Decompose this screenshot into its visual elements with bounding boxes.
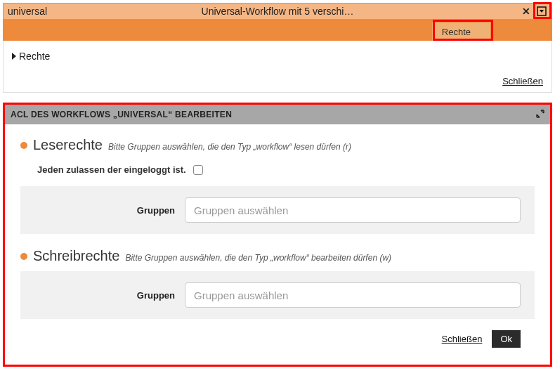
- close-link-bottom[interactable]: Schließen: [442, 334, 483, 344]
- section-read-hint: Bitte Gruppen auswählen, die den Typ „wo…: [108, 142, 351, 152]
- top-footer: Schließen: [12, 72, 543, 86]
- write-groups-label: Gruppen: [34, 290, 175, 301]
- dialog-body-top: Rechte Schließen: [3, 41, 552, 93]
- bullet-icon: [20, 253, 27, 260]
- read-groups-row: Gruppen Gruppen auswählen: [20, 186, 535, 234]
- acl-panel-title: ACL DES WORKFLOWS „UNIVERSAL“ BEARBEITEN: [11, 110, 232, 119]
- titlebar-title: Universal-Workflow mit 5 verschi…: [4, 6, 551, 17]
- section-read: Leserechte Bitte Gruppen auswählen, die …: [20, 137, 535, 234]
- section-write-head: Schreibrechte Bitte Gruppen auswählen, d…: [20, 248, 535, 264]
- ok-button[interactable]: Ok: [492, 330, 521, 348]
- bullet-icon: [20, 142, 27, 149]
- write-groups-input[interactable]: Gruppen auswählen: [185, 282, 521, 308]
- close-icon[interactable]: ✕: [519, 5, 533, 18]
- read-groups-input[interactable]: Gruppen auswählen: [185, 197, 521, 223]
- read-groups-label: Gruppen: [34, 205, 175, 216]
- titlebar-name: universal: [4, 6, 47, 17]
- write-groups-placeholder: Gruppen auswählen: [194, 289, 288, 301]
- section-read-title: Leserechte: [33, 137, 103, 153]
- chevron-right-icon: [12, 53, 16, 60]
- allow-everyone-checkbox[interactable]: [193, 165, 203, 175]
- tab-rechte[interactable]: Rechte: [432, 22, 490, 41]
- dialog-window: universal Universal-Workflow mit 5 versc…: [3, 3, 552, 367]
- acl-panel-footer: Schließen Ok: [20, 319, 535, 355]
- breadcrumb-label: Rechte: [19, 51, 50, 62]
- allow-everyone-label: Jeden zulassen der eingeloggt ist.: [37, 164, 186, 175]
- close-link-top[interactable]: Schließen: [502, 76, 543, 86]
- section-write: Schreibrechte Bitte Gruppen auswählen, d…: [20, 248, 535, 319]
- section-write-title: Schreibrechte: [33, 248, 119, 264]
- acl-panel: ACL DES WORKFLOWS „UNIVERSAL“ BEARBEITEN…: [3, 103, 552, 367]
- read-groups-placeholder: Gruppen auswählen: [194, 204, 288, 216]
- section-read-head: Leserechte Bitte Gruppen auswählen, die …: [20, 137, 535, 153]
- collapse-icon[interactable]: [536, 109, 544, 120]
- section-write-hint: Bitte Gruppen auswählen, die den Typ „wo…: [125, 253, 391, 263]
- acl-panel-header: ACL DES WORKFLOWS „UNIVERSAL“ BEARBEITEN: [5, 105, 550, 124]
- titlebar-controls: ✕: [519, 5, 551, 18]
- menu-icon[interactable]: [535, 5, 549, 18]
- acl-panel-body: Leserechte Bitte Gruppen auswählen, die …: [5, 124, 550, 365]
- tabbar: Rechte: [3, 20, 552, 41]
- titlebar: universal Universal-Workflow mit 5 versc…: [3, 3, 552, 20]
- tab-rechte-label: Rechte: [442, 27, 471, 37]
- write-groups-row: Gruppen Gruppen auswählen: [20, 271, 535, 319]
- allow-everyone-row: Jeden zulassen der eingeloggt ist.: [20, 160, 535, 185]
- breadcrumb: Rechte: [12, 48, 543, 72]
